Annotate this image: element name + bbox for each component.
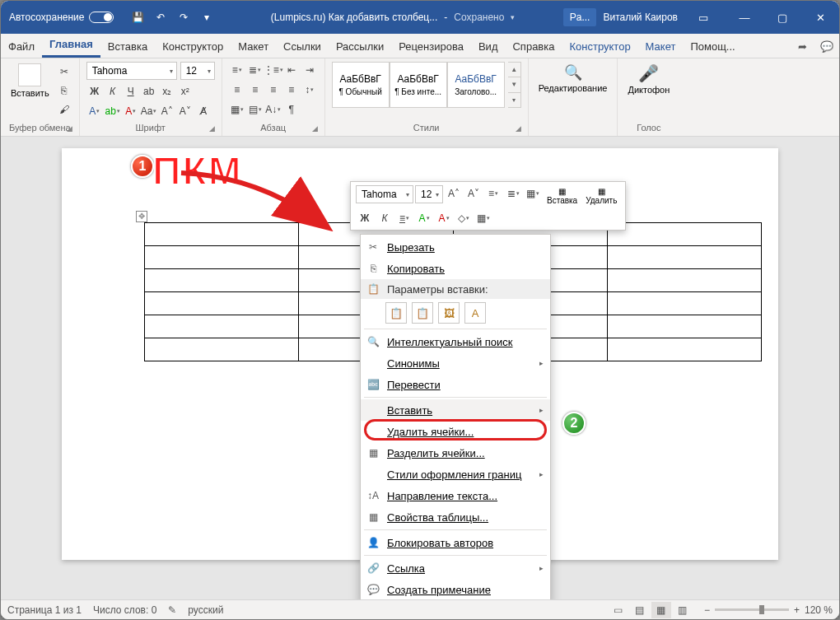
indent-icon[interactable]: ⇥ <box>301 62 318 78</box>
mini-insert-button[interactable]: ▦Вставка <box>544 185 581 207</box>
ctx-table-props[interactable]: ▦Свойства таблицы... <box>361 506 550 528</box>
mini-shading-icon[interactable]: ◇ <box>455 210 473 226</box>
outdent-icon[interactable]: ⇤ <box>283 62 300 78</box>
status-page[interactable]: Страница 1 из 1 <box>7 604 82 616</box>
shrink-font-icon[interactable]: A˅ <box>177 103 194 119</box>
mini-bullets-icon[interactable]: ≡ <box>484 185 502 202</box>
mini-font-combo[interactable]: Tahoma <box>356 185 413 203</box>
tab-design[interactable]: Конструктор <box>155 35 231 58</box>
mini-numbering-icon[interactable]: ≣ <box>504 185 522 202</box>
shading-icon[interactable]: ▦ <box>229 101 245 118</box>
ctx-cut[interactable]: ✂Вырезать <box>361 236 550 258</box>
numbering-icon[interactable]: ≣ <box>247 62 264 78</box>
dialog-launcher-icon[interactable]: ◢ <box>209 124 215 133</box>
close-button[interactable]: ✕ <box>801 1 839 34</box>
mini-underline-icon[interactable]: ≡ <box>395 210 413 226</box>
dialog-launcher-icon[interactable]: ◢ <box>312 124 318 133</box>
bold-icon[interactable]: Ж <box>86 83 103 100</box>
zoom-value[interactable]: 120 % <box>805 604 833 616</box>
mini-size-combo[interactable]: 12 <box>415 185 443 203</box>
table-move-handle-icon[interactable]: ✥ <box>136 211 147 222</box>
share-button[interactable]: ➦ <box>790 35 814 58</box>
paste-text-only-icon[interactable]: A <box>464 302 486 324</box>
autosave-toggle[interactable]: Автосохранение <box>1 12 122 23</box>
view-read-icon[interactable]: ▤ <box>630 602 650 618</box>
tab-insert[interactable]: Вставка <box>100 35 155 58</box>
user-badge[interactable]: Pa... <box>563 8 597 26</box>
format-painter-icon[interactable]: 🖌 <box>56 101 72 118</box>
zoom-slider[interactable] <box>715 608 789 611</box>
strike-icon[interactable]: ab <box>141 83 157 100</box>
mini-italic-icon[interactable]: К <box>376 210 394 226</box>
mini-shrink-font-icon[interactable]: A˅ <box>464 185 483 202</box>
style-heading1[interactable]: АаБбВвГЗаголово... <box>447 62 505 108</box>
text-effects-icon[interactable]: A <box>86 103 103 119</box>
tab-view[interactable]: Вид <box>471 35 506 58</box>
ctx-text-direction[interactable]: ↕AНаправление текста... <box>361 485 550 506</box>
borders-icon[interactable]: ▤ <box>247 101 264 118</box>
line-spacing-icon[interactable]: ↕ <box>301 82 318 98</box>
subscript-icon[interactable]: x₂ <box>159 83 175 100</box>
undo-icon[interactable]: ↶ <box>152 8 170 26</box>
show-marks-icon[interactable]: ¶ <box>283 101 300 118</box>
mini-bold-icon[interactable]: Ж <box>356 210 374 226</box>
align-right-icon[interactable]: ≡ <box>265 82 282 98</box>
style-nospace[interactable]: АаБбВвГ¶ Без инте... <box>390 62 447 108</box>
mini-delete-button[interactable]: ▦Удалить <box>582 185 620 207</box>
view-web-icon[interactable]: ▥ <box>673 602 693 618</box>
multilevel-icon[interactable]: ⋮≡ <box>265 62 282 78</box>
ctx-synonyms[interactable]: Синонимы▸ <box>361 352 550 374</box>
italic-icon[interactable]: К <box>105 83 121 100</box>
tab-table-design[interactable]: Конструктор <box>562 35 637 58</box>
ctx-link[interactable]: 🔗Ссылка▸ <box>361 557 550 579</box>
styles-scroller[interactable]: ▲▼▾ <box>508 62 521 108</box>
mini-table-icon[interactable]: ▦ <box>524 185 542 202</box>
copy-icon[interactable]: ⎘ <box>56 82 72 99</box>
ctx-delete-cells[interactable]: Удалить ячейки... <box>361 421 550 442</box>
paste-merge-icon[interactable]: 📋 <box>412 302 433 324</box>
tab-tellme[interactable]: Помощ... <box>683 35 742 58</box>
qat-dropdown-icon[interactable]: ▾ <box>198 8 216 26</box>
cut-icon[interactable]: ✂ <box>56 63 72 80</box>
mini-borders-icon[interactable]: ▦ <box>474 210 492 226</box>
superscript-icon[interactable]: x² <box>177 83 194 100</box>
mini-highlight-icon[interactable]: A <box>415 210 433 226</box>
view-focus-icon[interactable]: ▭ <box>609 602 628 618</box>
ctx-insert[interactable]: Вставить▸ <box>361 399 550 421</box>
ctx-new-comment[interactable]: 💬Создать примечание <box>361 579 550 599</box>
font-color-icon[interactable]: A <box>123 103 139 119</box>
ctx-copy[interactable]: ⎘Копировать <box>361 258 550 279</box>
document-area[interactable]: ✥ 1 ПКМ Tahoma 12 A˄ <box>1 137 839 599</box>
editing-button[interactable]: 🔍 Редактирование <box>535 62 611 95</box>
paste-button[interactable]: Вставить <box>7 62 53 100</box>
mini-font-color-icon[interactable]: A <box>435 210 453 226</box>
ctx-smart-lookup[interactable]: 🔍Интеллектуальный поиск <box>361 331 550 352</box>
ctx-border-styles[interactable]: Стили оформления границ▸ <box>361 464 550 485</box>
mini-grow-font-icon[interactable]: A˄ <box>445 185 463 202</box>
zoom-out-button[interactable]: − <box>704 604 710 616</box>
zoom-in-button[interactable]: + <box>794 604 800 616</box>
view-print-icon[interactable]: ▦ <box>651 602 671 618</box>
sort-icon[interactable]: A↓ <box>265 101 282 118</box>
minimize-button[interactable]: — <box>726 1 763 34</box>
dialog-launcher-icon[interactable]: ◢ <box>67 124 72 133</box>
ctx-translate[interactable]: 🔤Перевести <box>361 374 550 395</box>
paste-keep-source-icon[interactable]: 📋 <box>385 302 407 324</box>
dialog-launcher-icon[interactable]: ◢ <box>516 124 521 133</box>
align-left-icon[interactable]: ≡ <box>229 82 245 98</box>
tab-layout[interactable]: Макет <box>231 35 276 58</box>
highlight-icon[interactable]: ab <box>105 103 121 119</box>
grow-font-icon[interactable]: A˄ <box>159 103 175 119</box>
align-justify-icon[interactable]: ≡ <box>283 82 300 98</box>
dictate-button[interactable]: 🎤 Диктофон <box>624 62 673 96</box>
bullets-icon[interactable]: ≡ <box>229 62 245 78</box>
underline-icon[interactable]: Ч <box>123 83 139 100</box>
maximize-button[interactable]: ▢ <box>763 1 801 34</box>
status-language[interactable]: русский <box>188 604 223 616</box>
tab-mailings[interactable]: Рассылки <box>329 35 391 58</box>
change-case-icon[interactable]: Aa <box>141 103 157 119</box>
tab-file[interactable]: Файл <box>1 35 42 58</box>
tab-references[interactable]: Ссылки <box>276 35 329 58</box>
paste-picture-icon[interactable]: 🖼 <box>438 302 460 324</box>
ribbon-options-icon[interactable]: ▭ <box>684 1 722 34</box>
